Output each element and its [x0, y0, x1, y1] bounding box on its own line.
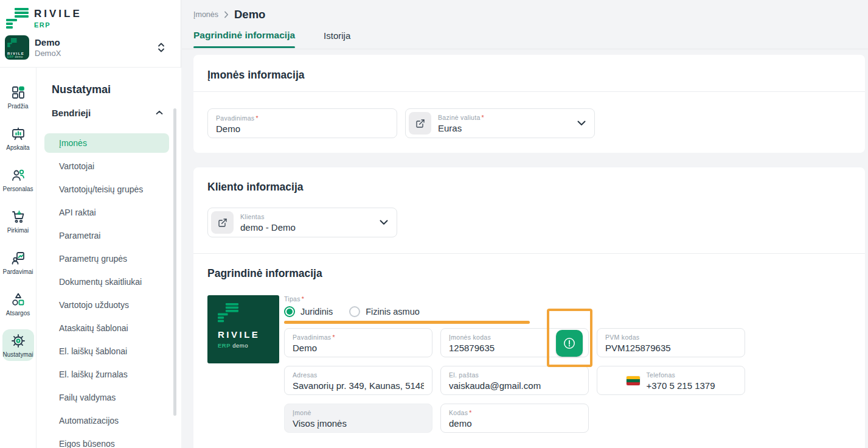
klientas-value: demo - Demo: [240, 222, 380, 233]
sidebar-item-eigos-busenos[interactable]: Eigos būsenos: [44, 434, 169, 448]
tabbar-divider: [182, 49, 868, 49]
adresas-field[interactable]: Adresas Savanorių pr. 349, Kaunas, 51480: [284, 366, 432, 395]
settings-menu: Nustatymai Bendrieji Įmonės Vartotojai V…: [37, 68, 181, 448]
main-area: Įmonės Demo Pagrindinė informacija Istor…: [182, 0, 868, 448]
app-logo: RIVILE ERP: [6, 8, 82, 29]
workspace-company: DemoX: [35, 49, 156, 58]
sidebar-item-vartotojai[interactable]: Vartotojai: [44, 156, 169, 176]
unfold-more-icon[interactable]: [156, 42, 166, 53]
section-imones-informacija: Įmonės informacija Pavadinimas* Demo: [193, 55, 865, 153]
company-details-grid: Pavadinimas* Demo Įmonės kodas 125879635: [284, 328, 745, 433]
sidebar-item-el-laisku-zurnalas[interactable]: El. laiškų žurnalas: [44, 365, 169, 384]
menu-title: Nustatymai: [37, 83, 181, 97]
icon-rail: Pradžia Apskaita: [0, 68, 36, 448]
tab-pagrindine-informacija[interactable]: Pagrindinė informacija: [193, 30, 295, 48]
workspace-logo: RIVILE ERP demo: [5, 35, 29, 60]
sidebar-item-parametrai[interactable]: Parametrai: [44, 226, 169, 245]
sidebar-item-vartotojo-uzduotys[interactable]: Vartotojo užduotys: [44, 295, 169, 315]
sidebar-item-parametru-grupes[interactable]: Parametrų grupės: [44, 249, 169, 268]
radio-fizinis-asmuo[interactable]: Fizinis asmuo: [349, 306, 420, 317]
chevron-right-icon: [224, 11, 229, 18]
rail-item-apskaita[interactable]: Apskaita: [0, 117, 36, 159]
external-link-icon: [415, 119, 425, 128]
section-kliento-pagrindine: Kliento informacija Klientas demo - Demo: [193, 167, 865, 448]
chevron-up-icon: [156, 110, 163, 115]
workspace-switcher[interactable]: RIVILE ERP demo Demo DemoX: [5, 35, 175, 60]
sales-icon: [10, 250, 26, 266]
tab-bar: Pagrindinė informacija Istorija: [193, 30, 350, 48]
radio-unselected-icon: [349, 306, 360, 317]
section-title: Įmonės informacija: [193, 55, 865, 91]
people-icon: [10, 167, 26, 183]
sidebar-item-api-raktai[interactable]: API raktai: [44, 203, 169, 222]
section-title: Kliento informacija: [193, 167, 865, 193]
sidebar-item-imones[interactable]: Įmonės: [44, 133, 169, 153]
sidebar-item-ataskaitu-sablonai[interactable]: Ataskaitų šablonai: [44, 318, 169, 338]
pavadinimas-field[interactable]: Pavadinimas* Demo: [284, 328, 432, 357]
rail-item-personalas[interactable]: Personalas: [0, 159, 36, 200]
rail-item-pardavimai[interactable]: Pardavimai: [0, 242, 36, 283]
company-code-lookup-button[interactable]: [556, 330, 583, 357]
sidebar-item-failu-valdymas[interactable]: Failų valdymas: [44, 388, 169, 407]
bazine-valiuta-value: Euras: [438, 123, 577, 133]
tab-istorija[interactable]: Istorija: [324, 30, 350, 48]
sidebar-header: RIVILE ERP RIVILE ERP demo Demo DemoX: [0, 0, 181, 68]
bazine-valiuta-select[interactable]: Bazinė valiuta* Euras: [405, 108, 595, 138]
sidebar-item-dokumentu-skaitliukai[interactable]: Dokumentų skaitliukai: [44, 272, 169, 292]
el-pastas-field[interactable]: El. paštas vaiskauda@gmail.com: [440, 366, 589, 395]
chevron-down-icon: [577, 121, 586, 126]
pavadinimas-field[interactable]: Pavadinimas* Demo: [207, 108, 397, 138]
rivile-logo-icon: [7, 38, 17, 47]
telefonas-field[interactable]: Telefonas +370 5 215 1379: [597, 366, 745, 395]
tutorial-highlight-underline: [284, 321, 530, 324]
brand-name: RIVILE: [34, 8, 82, 20]
active-tab-underline: [193, 46, 295, 48]
rail-item-nustatymai[interactable]: Nustatymai: [0, 324, 36, 366]
company-logo-image: RIVILE ERP demo: [207, 295, 279, 363]
imone-field: Įmonė Visos įmonės: [284, 404, 432, 433]
tipas-label: Tipas*: [284, 295, 745, 303]
rail-item-atsargos[interactable]: Atsargos: [0, 283, 36, 324]
breadcrumb-current: Demo: [234, 8, 265, 21]
radio-juridinis[interactable]: Juridinis: [284, 306, 333, 317]
rail-item-pradzia[interactable]: Pradžia: [0, 76, 36, 117]
rivile-logo-icon: [6, 8, 29, 29]
radio-selected-icon: [284, 306, 295, 317]
sidebar-item-vartotoju-teisiu-grupes[interactable]: Vartotojų/teisių grupės: [44, 180, 169, 199]
sidebar-scrollbar[interactable]: [173, 108, 176, 416]
cart-icon: [10, 209, 26, 225]
breadcrumb: Įmonės Demo: [193, 8, 265, 21]
pavadinimas-value: Demo: [216, 124, 389, 134]
kodas-field[interactable]: Kodas* demo: [440, 404, 589, 433]
chevron-down-icon: [380, 220, 388, 225]
brand-product: ERP: [34, 21, 82, 29]
accounting-board-icon: [10, 126, 26, 142]
external-link-icon: [218, 218, 227, 228]
gear-icon: [10, 333, 26, 349]
sidebar: RIVILE ERP RIVILE ERP demo Demo DemoX: [0, 0, 181, 448]
rivile-logo-icon: [218, 303, 238, 322]
workspace-name: Demo: [35, 37, 156, 47]
pvm-kodas-field[interactable]: PVM kodas PVM125879635: [597, 328, 745, 357]
exclamation-circle-icon: [563, 337, 576, 350]
dashboard-icon: [10, 85, 26, 100]
lithuania-flag-icon[interactable]: [627, 376, 640, 385]
imones-kodas-field[interactable]: Įmonės kodas 125879635: [440, 328, 589, 357]
rail-item-pirkimai[interactable]: Pirkimai: [0, 200, 36, 242]
tipas-radio-group: Juridinis Fizinis asmuo: [284, 306, 745, 317]
content: Įmonės informacija Pavadinimas* Demo: [193, 55, 865, 448]
section-title: Pagrindinė informacija: [193, 254, 865, 279]
menu-group-bendrieji[interactable]: Bendrieji: [37, 107, 181, 119]
sidebar-item-automatizacijos[interactable]: Automatizacijos: [44, 411, 169, 430]
sidebar-item-el-laisku-sablonai[interactable]: El. laiškų šablonai: [44, 341, 169, 361]
breadcrumb-parent[interactable]: Įmonės: [193, 10, 218, 19]
menu-list: Įmonės Vartotojai Vartotojų/teisių grupė…: [37, 133, 181, 448]
klientas-select[interactable]: Klientas demo - Demo: [207, 208, 397, 237]
inventory-shapes-icon: [10, 292, 26, 307]
